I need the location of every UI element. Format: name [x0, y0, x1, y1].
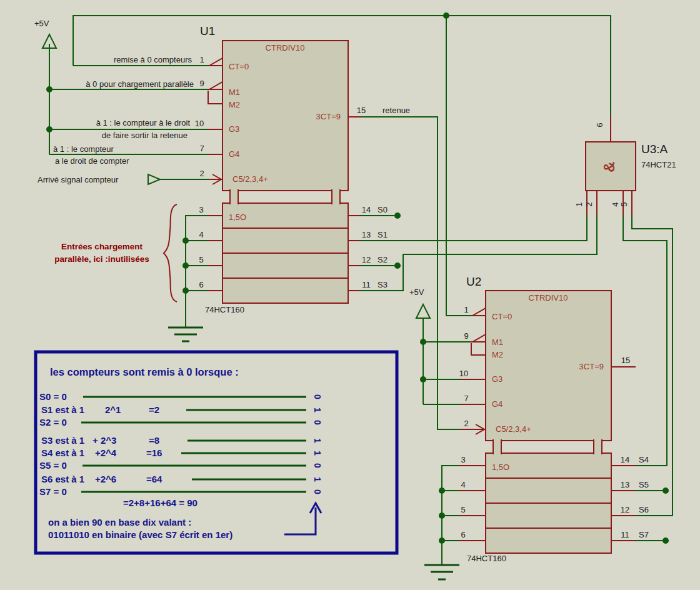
u2-pin9-arrow-icon	[472, 334, 486, 342]
u2-pin2-number: 2	[464, 419, 468, 428]
note-row-term: 2^1	[105, 404, 121, 415]
schematic-page: U1 CTRDIV10 CT=0 M1 M2 G3 G4 C5/2,3,4+ 3…	[0, 0, 700, 590]
wire-net-s1[interactable]	[361, 216, 587, 241]
wire-u1-load-rail[interactable]	[186, 216, 208, 326]
u2-fn-m1: M1	[492, 338, 503, 347]
note-row-label: S1 est à 1	[41, 404, 84, 415]
net-label-s4: S4	[639, 455, 649, 464]
u1-pin1-arrow-icon	[209, 58, 222, 66]
note-row-label: S3 est à 1	[41, 435, 84, 446]
net-label-s6: S6	[639, 505, 649, 514]
u2-fn-g4: G4	[492, 399, 502, 409]
u2-leg-left	[494, 439, 501, 455]
u2-power-arrow-icon[interactable]	[416, 304, 430, 318]
note-title: les compteurs sont remis à 0 lorsque :	[50, 366, 239, 378]
u3-and-symbol: &	[601, 161, 618, 172]
net-label-s1: S1	[378, 230, 388, 239]
u3-pin6-number: 6	[595, 122, 604, 127]
u2-pin4-number: 4	[461, 480, 465, 489]
note-row-bit: 0	[312, 463, 322, 468]
u2-fn-ct: CT=0	[492, 312, 512, 321]
net-label-s0: S0	[378, 205, 388, 214]
u2-pin6-number: 6	[461, 530, 465, 539]
junction-dot	[439, 488, 445, 494]
note-row-bit: 0	[312, 394, 322, 399]
u1-pin11-number: 11	[362, 280, 371, 289]
note-sum: =2+8+16+64 = 90	[123, 498, 198, 508]
junction-dot	[394, 262, 401, 269]
net-label-s3: S3	[378, 280, 388, 289]
u2-load-label: 1,5O	[492, 462, 509, 472]
net-label-s7: S7	[639, 530, 649, 539]
u3-pin1-number: 1	[574, 202, 584, 206]
u2-pin9-number: 9	[464, 331, 468, 341]
junction-dot	[662, 488, 669, 494]
u1-ground-icon[interactable]	[168, 326, 203, 341]
u2-fn-clk: C5/2,3,4+	[496, 424, 531, 434]
u1-pin7-number: 7	[199, 144, 204, 153]
u1-part: 74HCT160	[205, 305, 244, 314]
note-conclusion-2: 01011010 en binaire (avec S7 écrit en 1e…	[48, 529, 232, 540]
junction-dot	[662, 538, 669, 544]
junction-dot	[439, 512, 445, 519]
u1-pin15-number: 15	[357, 106, 366, 115]
schematic-canvas: U1 CTRDIV10 CT=0 M1 M2 G3 G4 C5/2,3,4+ 3…	[0, 0, 700, 590]
u1-pin2-number: 2	[199, 169, 204, 178]
u1-m2-loop	[208, 91, 222, 104]
u1-ref: U1	[200, 24, 215, 38]
u1-fn-g3: G3	[229, 124, 239, 134]
u2-fn-m2: M2	[492, 350, 503, 359]
annotation-count-en-2: a le droit de compter	[55, 156, 129, 166]
u3-pin5-number: 5	[619, 202, 629, 206]
u1-leg-right	[332, 189, 339, 205]
note-row-label: S2 = 0	[39, 417, 67, 428]
note-row-bit: 0	[312, 489, 322, 494]
u2-pin1-arrow-icon	[472, 308, 486, 316]
note-row-value: =8	[149, 435, 159, 446]
annotation-parallel-2: parallèle, ici :inutilisées	[54, 254, 149, 264]
junction-dot	[46, 86, 52, 92]
u3-pin4-number: 4	[611, 202, 620, 206]
u1-leg-left	[231, 189, 238, 205]
u1-pin14-number: 14	[362, 205, 371, 214]
u1-fn-m2: M2	[229, 100, 240, 109]
u1-fn-ct: CT=0	[229, 62, 249, 71]
u1-pin6-number: 6	[199, 280, 203, 289]
note-row-value: =16	[146, 448, 162, 458]
annotation-carry-en-2: de faire sortir la retenue	[102, 131, 188, 140]
junction-dot	[182, 238, 189, 244]
u2-pin15-number: 15	[621, 356, 630, 365]
u2-pin12-number: 12	[621, 505, 629, 514]
u1-pin9-number: 9	[199, 79, 204, 88]
u2-pin14-number: 14	[621, 455, 629, 464]
u1-power-label: +5V	[34, 19, 49, 28]
u1-fn-g4: G4	[229, 149, 239, 159]
u3-pin2-number: 2	[584, 202, 594, 206]
note-row-label: S4 est à 1	[41, 448, 84, 458]
u2-pin3-number: 3	[461, 455, 465, 464]
u2-ref: U2	[466, 275, 481, 288]
u1-pin4-number: 4	[199, 230, 203, 239]
note-conclusion-1: on a bien 90 en base dix valant :	[48, 517, 191, 528]
u2-m2-loop	[471, 343, 486, 355]
wire-u2-reset-drop[interactable]	[446, 16, 472, 316]
clock-input-port-icon[interactable]	[148, 174, 160, 184]
u3-ref: U3:A	[641, 142, 668, 156]
u2-pin1-number: 1	[464, 305, 468, 314]
net-label-s2: S2	[378, 255, 388, 264]
note-row-term: + 2^3	[92, 435, 116, 446]
note-row-bit: 0	[312, 420, 322, 425]
note-row-bit: 1	[312, 438, 322, 443]
u1-device: CTRDIV10	[266, 43, 305, 52]
u2-ground-icon[interactable]	[424, 563, 459, 579]
u1-fn-clk: C5/2,3,4+	[232, 174, 268, 184]
note-row-label: S7 = 0	[39, 486, 67, 497]
annotation-reset: remise à 0 compteurs	[114, 55, 192, 64]
junction-dot	[46, 126, 52, 132]
wire-net-s4[interactable]	[623, 216, 667, 466]
annotation-count-en-1: à 1 : le compteur	[53, 144, 114, 154]
u2-pin11-number: 11	[621, 530, 629, 539]
u1-pin10-number: 10	[195, 119, 204, 128]
junction-dot	[439, 538, 445, 544]
u2-pin13-number: 13	[621, 480, 629, 489]
